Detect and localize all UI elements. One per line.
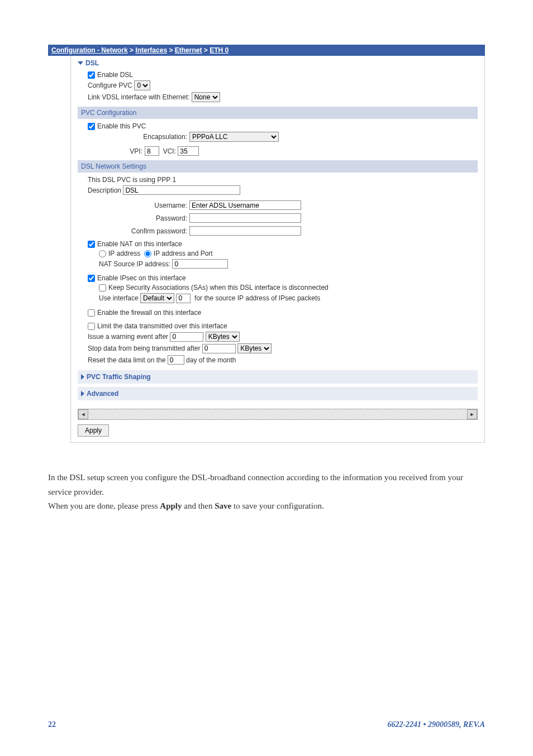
password-label: Password:	[88, 214, 187, 222]
confirm-password-input[interactable]	[189, 226, 301, 236]
page-footer: 22 6622-2241 • 29000589, REV.A	[48, 720, 485, 729]
enable-nat-label: Enable NAT on this interface	[97, 240, 182, 248]
enable-this-pvc-checkbox[interactable]	[88, 123, 95, 130]
warn-unit-select[interactable]: KBytes	[206, 332, 240, 342]
nat-src-ip-label: NAT Source IP address:	[99, 260, 170, 268]
scroll-left-icon[interactable]: ◄	[78, 409, 88, 419]
breadcrumb-item-config-network[interactable]: Configuration - Network	[51, 46, 128, 54]
warn-value-input[interactable]	[170, 332, 203, 342]
breadcrumb-item-ethernet[interactable]: Ethernet	[175, 46, 202, 54]
enable-ipsec-checkbox[interactable]	[88, 275, 95, 282]
page-number: 22	[48, 720, 56, 729]
apply-bold-text: Apply	[160, 501, 182, 510]
vpi-input[interactable]	[145, 146, 159, 156]
vpi-label: VPI:	[88, 147, 142, 155]
configure-pvc-select[interactable]: 0	[134, 80, 150, 90]
doc-id: 6622-2241 • 29000589, REV.A	[387, 720, 485, 729]
link-vdsl-select[interactable]: None	[192, 92, 220, 102]
encapsulation-select[interactable]: PPPoA LLC	[189, 132, 279, 142]
src-ip-ipsec-label: for the source IP address of IPsec packe…	[194, 294, 320, 302]
body-text: In the DSL setup screen you configure th…	[48, 471, 485, 514]
username-label: Username:	[88, 202, 187, 209]
save-bold-text: Save	[215, 501, 231, 510]
ppp-info-text: This DSL PVC is using PPP 1	[88, 176, 478, 184]
dsl-section-title: DSL	[85, 59, 99, 67]
link-vdsl-label: Link VDSL interface with Ethernet:	[88, 93, 189, 101]
nat-src-ip-input[interactable]	[172, 259, 228, 269]
vci-label: VCI:	[163, 147, 176, 155]
encapsulation-label: Encapsulation:	[88, 133, 187, 141]
advanced-header[interactable]: Advanced	[78, 387, 478, 400]
breadcrumb-item-interfaces[interactable]: Interfaces	[135, 46, 167, 54]
breadcrumb-sep: >	[128, 46, 136, 54]
reset-label-post: day of the month	[186, 356, 236, 364]
enable-ipsec-label: Enable IPsec on this interface	[97, 274, 186, 282]
enable-firewall-label: Enable the firewall on this interface	[97, 309, 201, 317]
breadcrumb-item-eth0[interactable]: ETH 0	[210, 46, 229, 54]
limit-data-label: Limit the data transmitted over this int…	[97, 322, 227, 330]
pvc-traffic-shaping-label: PVC Traffic Shaping	[87, 373, 151, 381]
apply-button[interactable]: Apply	[78, 424, 109, 437]
keep-sa-checkbox[interactable]	[99, 284, 106, 291]
horizontal-scrollbar[interactable]: ◄ ►	[78, 409, 478, 420]
enable-dsl-checkbox[interactable]	[88, 71, 95, 79]
enable-this-pvc-label: Enable this PVC	[97, 122, 146, 130]
body-line1: In the DSL setup screen you configure th…	[48, 471, 485, 499]
stop-value-input[interactable]	[202, 344, 236, 353]
breadcrumb-sep: >	[167, 46, 175, 54]
pvc-config-header: PVC Configuration	[78, 107, 478, 119]
warn-label: Issue a warning event after	[88, 333, 168, 341]
body-line2-mid: and then	[182, 501, 215, 510]
enable-firewall-checkbox[interactable]	[88, 309, 95, 317]
keep-sa-label: Keep Security Associations (SAs) when th…	[108, 284, 329, 291]
nat-ip-port-label: IP address and Port	[154, 250, 213, 257]
enable-dsl-label: Enable DSL	[97, 71, 133, 79]
pvc-traffic-shaping-header[interactable]: PVC Traffic Shaping	[78, 370, 478, 384]
chevron-right-icon	[81, 391, 84, 396]
reset-value-input[interactable]	[168, 355, 184, 365]
use-interface-num-input[interactable]	[176, 294, 191, 303]
dsl-panel: DSL Enable DSL Configure PVC 0 Link VDSL…	[70, 56, 485, 443]
stop-unit-select[interactable]: KBytes	[237, 343, 272, 353]
chevron-down-icon	[78, 61, 83, 65]
scroll-right-icon[interactable]: ►	[467, 409, 477, 419]
chevron-right-icon	[81, 374, 84, 380]
use-interface-label: Use interface	[99, 294, 139, 302]
use-interface-select[interactable]: Default	[140, 293, 174, 303]
reset-label-pre: Reset the data limit on the	[88, 356, 165, 364]
limit-data-checkbox[interactable]	[88, 323, 95, 330]
breadcrumb: Configuration - Network > Interfaces > E…	[48, 45, 485, 56]
vci-input[interactable]	[178, 146, 199, 156]
nat-ip-port-radio[interactable]	[144, 250, 151, 257]
body-line2-pre: When you are done, please press	[48, 501, 160, 510]
description-label: Description	[88, 186, 121, 194]
nat-ip-radio[interactable]	[99, 250, 106, 257]
stop-label: Stop data from being transmitted after	[88, 344, 200, 352]
enable-nat-checkbox[interactable]	[88, 241, 95, 248]
body-line2-post: to save your configuration.	[231, 501, 323, 510]
dsl-network-settings-header: DSL Network Settings	[78, 160, 478, 173]
description-input[interactable]	[123, 185, 240, 195]
password-input[interactable]	[189, 213, 301, 223]
breadcrumb-sep: >	[202, 46, 210, 54]
configure-pvc-label: Configure PVC	[88, 82, 132, 89]
advanced-label: Advanced	[87, 390, 118, 398]
dsl-section-header[interactable]: DSL	[78, 56, 478, 69]
nat-ip-label: IP address	[108, 250, 140, 257]
confirm-password-label: Confirm password:	[88, 227, 187, 235]
username-input[interactable]	[189, 200, 301, 210]
